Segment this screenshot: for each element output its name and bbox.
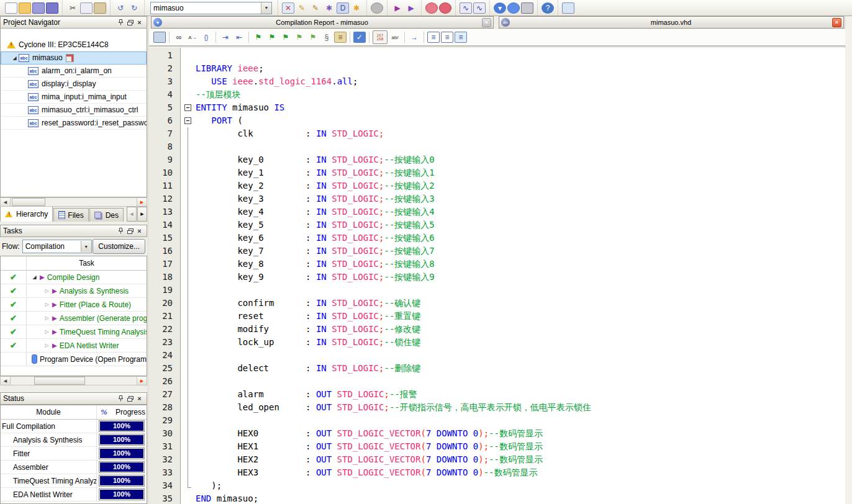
- document-tab-mimasuo-vhd[interactable]: abc mimasuo.vhd ×: [499, 16, 844, 29]
- paste-icon[interactable]: [94, 2, 106, 14]
- pin-icon[interactable]: [116, 18, 125, 27]
- tab-hierarchy[interactable]: !Hierarchy: [0, 207, 53, 222]
- help-icon[interactable]: ?: [542, 2, 554, 14]
- code-line[interactable]: 30 HEX0 : OUT STD_LOGIC_VECTOR(7 DOWNTO …: [149, 427, 845, 440]
- split-view-3-icon[interactable]: ≡: [455, 32, 467, 43]
- tree-item-mima_input[interactable]: abcmima_input:i_mima_input: [1, 91, 147, 104]
- pin-planner-icon[interactable]: ✎: [309, 2, 322, 14]
- task-row[interactable]: ✔▷▶TimeQuest Timing Analysis: [1, 325, 147, 339]
- fold-collapse-icon[interactable]: [184, 104, 191, 111]
- task-row[interactable]: ✔▷▶Fitter (Place & Route): [1, 298, 147, 312]
- fold-margin[interactable]: [181, 101, 196, 114]
- pin-icon[interactable]: [116, 227, 125, 235]
- close-document-icon[interactable]: ×: [832, 18, 841, 27]
- float-window-icon[interactable]: [125, 394, 135, 403]
- delete-bookmark-icon[interactable]: ⚑: [293, 32, 306, 43]
- code-line[interactable]: 15 key_6 : IN STD_LOGIC;--按键输入6: [149, 232, 845, 245]
- code-line[interactable]: 28 led_open : OUT STD_LOGIC;--开锁指示信号，高电平…: [149, 401, 845, 414]
- code-line[interactable]: 3 USE ieee.std_logic_1164.all;: [149, 75, 845, 88]
- navigator-hscrollbar[interactable]: ◀ ▶: [0, 197, 147, 207]
- code-line[interactable]: 23 lock_up : IN STD_LOGIC;--锁住键: [149, 336, 845, 349]
- code-editor[interactable]: 12LIBRARY ieee;3 USE ieee.std_logic_1164…: [149, 48, 845, 504]
- code-line[interactable]: 7 clk : IN STD_LOGIC;: [149, 127, 845, 140]
- previous-bookmark-icon[interactable]: ⚑: [279, 32, 292, 43]
- code-line[interactable]: 4--顶层模块: [149, 88, 845, 101]
- comment-toggle-icon[interactable]: ab/: [389, 32, 401, 43]
- stop-icon[interactable]: [371, 2, 383, 14]
- copy-icon[interactable]: [80, 2, 93, 14]
- fold-margin[interactable]: [181, 114, 196, 127]
- chevron-down-icon[interactable]: ▼: [81, 241, 91, 252]
- tasks-hscrollbar[interactable]: ◀ ▶: [0, 376, 147, 385]
- increase-indent-icon[interactable]: ⇥: [219, 32, 232, 43]
- tree-item-mimasuo[interactable]: ◢abcmimasuo: [1, 52, 147, 65]
- code-line[interactable]: 32 HEX2 : OUT STD_LOGIC_VECTOR(7 DOWNTO …: [149, 453, 845, 466]
- code-line[interactable]: 34 );: [149, 479, 845, 492]
- tab-scroll-left-icon[interactable]: ◀: [127, 207, 137, 222]
- goto-icon[interactable]: →: [408, 32, 420, 43]
- assignment-groups-icon[interactable]: ✱: [350, 2, 363, 14]
- open-file-icon[interactable]: [19, 2, 31, 14]
- scroll-right-icon[interactable]: ▶: [137, 377, 147, 385]
- flow-select[interactable]: Compilation ▼: [22, 240, 92, 253]
- tree-item-alarm_on[interactable]: abcalarm_on:i_alarm_on: [1, 65, 147, 78]
- code-line[interactable]: 1: [149, 49, 845, 62]
- expand-arrow-icon[interactable]: ▷: [43, 343, 51, 348]
- code-line[interactable]: 10 key_1 : IN STD_LOGIC;--按键输入1: [149, 166, 845, 179]
- chip-planner-icon[interactable]: [521, 2, 533, 14]
- expand-arrow-icon[interactable]: ▷: [43, 288, 51, 294]
- redo-icon[interactable]: ↻: [128, 2, 140, 14]
- start-compilation-icon[interactable]: ▶: [391, 2, 404, 14]
- compilation-report-icon[interactable]: ▾: [494, 2, 506, 14]
- fold-collapse-icon[interactable]: [184, 117, 191, 124]
- save-icon[interactable]: [32, 2, 45, 14]
- messages-icon[interactable]: [562, 2, 574, 14]
- code-line[interactable]: 12 key_3 : IN STD_LOGIC;--按键输入3: [149, 192, 845, 205]
- tree-item-Cyclone III[interactable]: !Cyclone III: EP3C5E144C8: [1, 38, 147, 52]
- code-line[interactable]: 31 HEX1 : OUT STD_LOGIC_VECTOR(7 DOWNTO …: [149, 440, 845, 453]
- code-line[interactable]: 26: [149, 375, 845, 388]
- task-row[interactable]: Program Device (Open Program: [1, 353, 147, 366]
- expand-arrow-icon[interactable]: ▷: [43, 329, 51, 335]
- assignment-editor-icon[interactable]: ✎: [296, 2, 308, 14]
- code-line[interactable]: 16 key_7 : IN STD_LOGIC;--按键输入7: [149, 245, 845, 258]
- insert-bookmark-icon[interactable]: ⚑: [252, 32, 265, 43]
- tab-scroll-right-icon[interactable]: ▶: [137, 207, 147, 222]
- line-numbers-toggle[interactable]: 267268: [373, 30, 387, 44]
- task-row[interactable]: ✔◢▶Compile Design: [1, 271, 147, 284]
- code-line[interactable]: 8: [149, 140, 845, 153]
- tab-des[interactable]: Des: [89, 208, 124, 222]
- scroll-right-icon[interactable]: ▶: [137, 198, 147, 206]
- code-line[interactable]: 29: [149, 414, 845, 427]
- compiler-tool-icon[interactable]: ✕: [282, 2, 294, 14]
- undo-icon[interactable]: ↺: [114, 2, 127, 14]
- code-line[interactable]: 13 key_4 : IN STD_LOGIC;--按键输入4: [149, 205, 845, 218]
- timequest-icon[interactable]: [425, 2, 438, 14]
- task-row[interactable]: ✔▷▶EDA Netlist Writer: [1, 339, 147, 353]
- float-window-icon[interactable]: [125, 227, 135, 235]
- scrollbar-thumb[interactable]: [34, 377, 85, 385]
- code-line[interactable]: 18 key_9 : IN STD_LOGIC;--按键输入9: [149, 271, 845, 284]
- code-line[interactable]: 21 reset : IN STD_LOGIC;--重置键: [149, 310, 845, 323]
- code-line[interactable]: 20 confirm : IN STD_LOGIC;--确认键: [149, 297, 845, 310]
- timing-analyzer-icon[interactable]: [439, 2, 451, 14]
- expand-arrow-icon[interactable]: ▷: [43, 315, 51, 321]
- close-panel-icon[interactable]: ×: [135, 394, 144, 403]
- decrease-indent-icon[interactable]: ⇤: [233, 32, 245, 43]
- scrollbar-thumb[interactable]: [12, 198, 45, 206]
- tree-item-mimasuo_ctrl[interactable]: abcmimasuo_ctrl:i_mimasuo_ctrl: [1, 104, 147, 117]
- programmer-icon[interactable]: [507, 2, 520, 14]
- float-window-icon[interactable]: [125, 18, 135, 27]
- editor-window-icon[interactable]: [153, 32, 166, 43]
- code-line[interactable]: 9 key_0 : IN STD_LOGIC;--按键输入0: [149, 153, 845, 166]
- settings-dialog-icon[interactable]: ✱: [323, 2, 335, 14]
- task-row[interactable]: ✔▷▶Analysis & Synthesis: [1, 284, 147, 298]
- scroll-left-icon[interactable]: ◀: [1, 198, 11, 206]
- code-line[interactable]: 2LIBRARY ieee;: [149, 62, 845, 75]
- code-line[interactable]: 27 alarm : OUT STD_LOGIC;--报警: [149, 388, 845, 401]
- analyze-file-icon[interactable]: ✓: [353, 32, 366, 43]
- cut-icon[interactable]: ✂: [66, 2, 79, 14]
- next-bookmark-icon[interactable]: ⚑: [266, 32, 278, 43]
- expand-arrow-icon[interactable]: ◢: [11, 55, 19, 61]
- code-line[interactable]: 5ENTITY mimasuo IS: [149, 101, 845, 114]
